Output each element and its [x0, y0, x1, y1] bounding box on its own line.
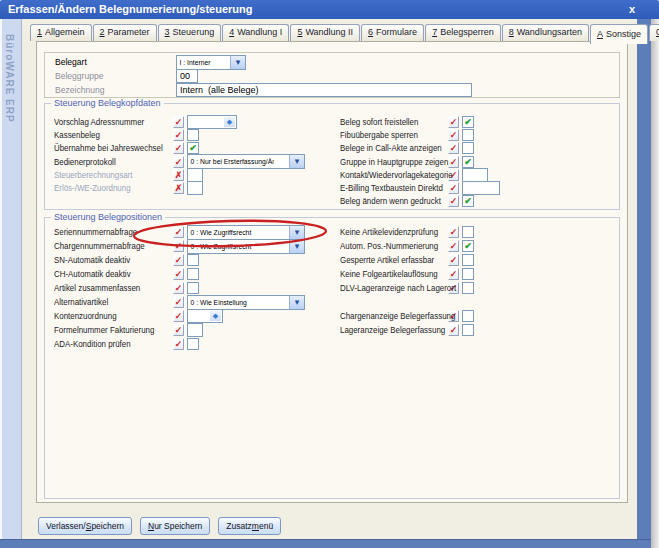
- edit-check-icon[interactable]: ✓: [173, 240, 184, 252]
- uebernahme-bei-jahreswechsel-row: Übernahme bei Jahreswechsel✓✔: [54, 142, 340, 155]
- edit-check-icon[interactable]: ✓: [173, 116, 184, 128]
- edit-check-icon[interactable]: ✓: [448, 182, 459, 194]
- bedienerprotokoll-select[interactable]: 0 : Nur bei Ersterfassung/Änderung▾: [187, 154, 305, 169]
- fibuuebergabe-sperren-row: Fibuübergabe sperren✓: [340, 128, 618, 141]
- edit-check-icon[interactable]: ✓: [173, 254, 184, 266]
- kassenbeleg-checkbox[interactable]: [187, 129, 199, 141]
- chargenanzeige-belegerfassung-checkbox[interactable]: [462, 310, 474, 322]
- gesperrte-artikel-erfassbar-checkbox[interactable]: [462, 254, 474, 266]
- edit-check-icon[interactable]: ✓: [448, 195, 459, 207]
- chargennummernabfrage-select[interactable]: 0 : Wie Zugriffsrecht▾: [187, 239, 305, 254]
- tab-belegsperren[interactable]: 7Belegsperren: [425, 24, 501, 41]
- tab-wandlung-ii[interactable]: 5Wandlung II: [290, 24, 360, 41]
- gruppe-in-hauptgruppe-zeigen-row: Gruppe in Hauptgruppe zeigen✓✔: [340, 155, 618, 168]
- button-label: enü: [259, 521, 273, 531]
- edit-check-icon[interactable]: ✓: [448, 240, 459, 252]
- edit-check-icon[interactable]: ✓: [448, 268, 459, 280]
- tab-wandlungsarten[interactable]: 8Wandlungsarten: [502, 24, 589, 41]
- gesperrte-artikel-erfassbar-label: Gesperrte Artikel erfassbar: [340, 255, 435, 265]
- edit-cross-icon[interactable]: ✗: [173, 182, 184, 194]
- e-billing-textbaustein-direktd-label: E-Billing Textbaustein Direktd: [340, 183, 435, 193]
- seriennummernabfrage-select[interactable]: 0 : Wie Zugriffsrecht▾: [187, 225, 305, 240]
- groupbox-title: Steuerung Belegkopfdaten: [51, 98, 164, 109]
- edit-cross-icon[interactable]: ✗: [173, 169, 184, 181]
- dlv-lageranzeige-nach-lagerort-checkbox[interactable]: [462, 282, 474, 294]
- fibuuebergabe-sperren-label: Fibuübergabe sperren: [340, 130, 435, 140]
- button-label: Verlassen/: [46, 521, 86, 531]
- tab-bar: 1Allgemein2Parameter3Steuerung4Wandlung …: [30, 24, 659, 41]
- chevron-down-icon[interactable]: ▾: [289, 155, 304, 168]
- header-fieldset: BelegartI : Interner▾Beleggruppe00Bezeic…: [44, 52, 620, 98]
- edit-check-icon[interactable]: ✓: [173, 226, 184, 238]
- edit-check-icon[interactable]: ✓: [448, 156, 459, 168]
- beleg-aendern-wenn-gedruckt-label: Beleg ändern wenn gedruckt: [340, 196, 435, 206]
- vorschlag-adressnummer-input[interactable]: ◆: [187, 115, 237, 129]
- alternativartikel-select[interactable]: 0 : Wie Einstellung▾: [187, 295, 305, 310]
- ch-automatik-deaktiv-checkbox[interactable]: [187, 268, 199, 280]
- e-billing-textbaustein-direktd-input[interactable]: [462, 181, 500, 195]
- edit-check-icon[interactable]: ✓: [448, 226, 459, 238]
- fibuuebergabe-sperren-checkbox[interactable]: [462, 129, 474, 141]
- zusatzmenu-button[interactable]: Zusatzmenü: [218, 517, 281, 535]
- ada-kondition-pruefen-label: ADA-Kondition prüfen: [54, 339, 159, 349]
- chevron-down-icon[interactable]: ▾: [289, 226, 304, 239]
- uebernahme-bei-jahreswechsel-checkbox[interactable]: ✔: [187, 142, 199, 154]
- edit-check-icon[interactable]: ✓: [173, 129, 184, 141]
- gruppe-in-hauptgruppe-zeigen-checkbox[interactable]: ✔: [462, 156, 474, 168]
- belegart-select[interactable]: I : Interner▾: [176, 55, 246, 70]
- lageranzeige-belegerfassung-checkbox[interactable]: [462, 324, 474, 336]
- steuerberechnungsart-input[interactable]: [187, 168, 203, 182]
- edit-check-icon[interactable]: ✓: [448, 129, 459, 141]
- edit-check-icon[interactable]: ✓: [173, 282, 184, 294]
- window-shadow: [651, 19, 659, 548]
- edit-check-icon[interactable]: ✓: [448, 142, 459, 154]
- chevron-down-icon[interactable]: ▾: [230, 56, 245, 69]
- edit-check-icon[interactable]: ✓: [173, 296, 184, 308]
- tab-wfl-tb[interactable]: 0WFL/TB: [649, 24, 659, 41]
- edit-check-icon[interactable]: ✓: [448, 324, 459, 336]
- belegpositionen-left-column: Seriennummernabfrage✓0 : Wie Zugriffsrec…: [54, 225, 340, 351]
- edit-check-icon[interactable]: ✓: [448, 254, 459, 266]
- keine-artikelevidenzpruefung-checkbox[interactable]: [462, 226, 474, 238]
- nur-speichern-button[interactable]: Nur Speichern: [140, 517, 210, 535]
- ada-kondition-pruefen-checkbox[interactable]: [187, 338, 199, 350]
- vorschlag-adressnummer-label: Vorschlag Adressnummer: [54, 117, 159, 127]
- verlassen-speichern-button[interactable]: Verlassen/Speichern: [38, 517, 132, 535]
- edit-check-icon[interactable]: ✓: [448, 116, 459, 128]
- tab-sonstige[interactable]: ASonstige: [590, 24, 648, 44]
- belege-in-call-akte-anzeigen-checkbox[interactable]: [462, 142, 474, 154]
- tab-parameter[interactable]: 2Parameter: [93, 24, 157, 41]
- edit-check-icon[interactable]: ✓: [173, 142, 184, 154]
- beleg-sofort-freistellen-checkbox[interactable]: ✔: [462, 116, 474, 128]
- edit-check-icon[interactable]: ✓: [173, 310, 184, 322]
- tab-accelerator: 3: [165, 27, 170, 37]
- keine-folgeartikelaufloesung-checkbox[interactable]: [462, 268, 474, 280]
- sn-automatik-deaktiv-checkbox[interactable]: [187, 254, 199, 266]
- kontenzuordnung-input[interactable]: ◆: [187, 309, 223, 323]
- autom-pos-nummerierung-checkbox[interactable]: ✔: [462, 240, 474, 252]
- chevron-down-icon[interactable]: ▾: [289, 240, 304, 253]
- beleg-sofort-freistellen-label: Beleg sofort freistellen: [340, 117, 435, 127]
- edit-check-icon[interactable]: ✓: [173, 324, 184, 336]
- bezeichnung-input[interactable]: Intern (alle Belege): [176, 83, 472, 97]
- edit-check-icon[interactable]: ✓: [173, 156, 184, 168]
- artikel-zusammenfassen-checkbox[interactable]: [187, 282, 199, 294]
- erloes-we-zuordnung-input[interactable]: [187, 181, 203, 195]
- beleggruppe-input[interactable]: 00: [176, 69, 198, 83]
- tab-formulare[interactable]: 6Formulare: [361, 24, 424, 41]
- lookup-icon[interactable]: ◆: [224, 117, 235, 127]
- close-icon[interactable]: x: [629, 0, 635, 18]
- beleg-aendern-wenn-gedruckt-row: Beleg ändern wenn gedruckt✓✔: [340, 195, 618, 208]
- edit-check-icon[interactable]: ✓: [173, 268, 184, 280]
- chevron-down-icon[interactable]: ▾: [289, 296, 304, 309]
- lageranzeige-belegerfassung-label: Lageranzeige Belegerfassung: [340, 325, 435, 335]
- tab-wandlung-i[interactable]: 4Wandlung I: [222, 24, 289, 41]
- tab-allgemein[interactable]: 1Allgemein: [30, 24, 92, 41]
- tab-label: Steuerung: [173, 27, 215, 37]
- kontakt-wiedervorlagekategorie-input[interactable]: [462, 168, 488, 182]
- lookup-icon[interactable]: ◆: [210, 311, 221, 321]
- beleg-aendern-wenn-gedruckt-checkbox[interactable]: ✔: [462, 195, 474, 207]
- tab-steuerung[interactable]: 3Steuerung: [158, 24, 222, 41]
- formelnummer-fakturierung-input[interactable]: [187, 323, 203, 337]
- edit-check-icon[interactable]: ✓: [173, 338, 184, 350]
